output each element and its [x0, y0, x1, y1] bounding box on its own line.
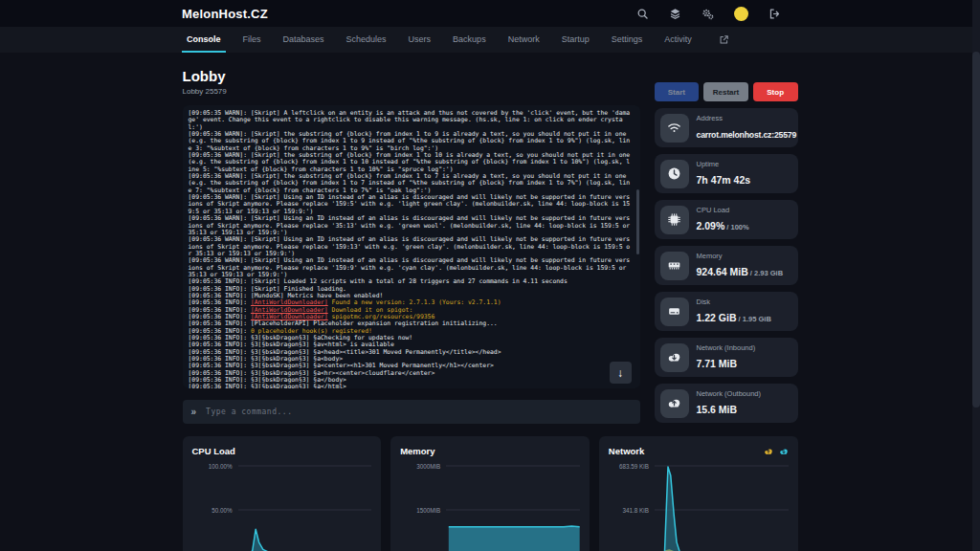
- stat-label: Network (Outbound): [697, 389, 762, 398]
- stat-value-row: 924.64 MiB / 2.93 GiB: [697, 262, 784, 279]
- command-bar: »: [183, 400, 640, 424]
- stat-value-row: 7.71 MiB: [697, 354, 756, 371]
- console-panel[interactable]: [09:05:35 WARN]: [Skript] A leftclick on…: [183, 105, 640, 388]
- console-line: [09:05:36 WARN]: [Skript] the substring …: [189, 173, 633, 194]
- console-column: [09:05:35 WARN]: [Skript] A leftclick on…: [183, 105, 640, 424]
- y-tick-label: 100.00%: [192, 463, 233, 470]
- cloud-download-icon: [660, 343, 689, 372]
- stat-card-network-outbound: Network (Outbound)15.6 MiB: [655, 384, 798, 423]
- layers-icon[interactable]: [669, 8, 681, 20]
- stat-card-uptime: Uptime7h 47m 42s: [655, 154, 798, 193]
- stat-text: CPU Load2.09% / 100%: [697, 206, 749, 233]
- stat-value-row: 15.6 MiB: [697, 400, 762, 417]
- brand: MelonHost.CZ: [182, 7, 268, 21]
- charts-row: CPU Load100.00%50.00%0.00%Memory3000MiB1…: [183, 436, 798, 551]
- stat-value: carrot.melonhost.cz:25579: [697, 130, 797, 140]
- scroll-to-bottom-button[interactable]: ↓: [610, 362, 632, 384]
- cloud-upload-icon: [660, 389, 689, 418]
- tab-backups[interactable]: Backups: [448, 27, 491, 53]
- chart-title: Memory: [400, 446, 434, 456]
- cpu-icon: [660, 206, 689, 234]
- stat-sub: / 1.95 GiB: [737, 315, 771, 323]
- stat-card-memory: Memory924.64 MiB / 2.93 GiB: [655, 246, 798, 285]
- chart-legend: [764, 447, 789, 456]
- stat-card-disk: Disk1.22 GiB / 1.95 GiB: [655, 292, 798, 331]
- console-line: [09:05:36 WARN]: [Skript] Using an ID in…: [189, 257, 633, 278]
- console-line: [09:05:36 WARN]: [Skript] the substring …: [189, 131, 633, 152]
- console-line: [09:05:36 WARN]: [Skript] Using an ID in…: [189, 194, 633, 215]
- stat-value: 15.6 MiB: [697, 404, 738, 415]
- tab-schedules[interactable]: Schedules: [342, 27, 391, 53]
- y-tick-label: 50.00%: [192, 507, 233, 514]
- nav-tabs: ConsoleFilesDatabasesSchedulesUsersBacku…: [182, 27, 729, 53]
- chart-head: CPU Load: [192, 446, 372, 456]
- y-tick-label: 683.59 KiB: [609, 463, 649, 470]
- chart-head: Memory: [400, 446, 580, 456]
- clock-icon: [660, 160, 689, 188]
- tab-console[interactable]: Console: [182, 27, 226, 53]
- stat-value-row: carrot.melonhost.cz:25579: [697, 124, 792, 142]
- stat-text: Disk1.22 GiB / 1.95 GiB: [697, 298, 771, 325]
- arrow-down-icon: ↓: [617, 366, 623, 380]
- content-row: [09:05:35 WARN]: [Skript] A leftclick on…: [183, 105, 798, 424]
- tab-users[interactable]: Users: [404, 27, 436, 53]
- tab-databases[interactable]: Databases: [278, 27, 329, 53]
- tab-network[interactable]: Network: [503, 27, 545, 53]
- stat-label: Uptime: [697, 160, 751, 168]
- page-scrollbar-thumb[interactable]: [972, 52, 980, 408]
- cogs-icon[interactable]: [702, 8, 714, 20]
- chart-area: [238, 466, 372, 551]
- command-input[interactable]: [204, 407, 631, 417]
- stop-button[interactable]: Stop: [753, 82, 798, 101]
- start-button[interactable]: Start: [655, 82, 700, 101]
- y-tick-label: 1500MiB: [400, 507, 440, 514]
- avatar[interactable]: [734, 7, 748, 21]
- stat-value-row: 1.22 GiB / 1.95 GiB: [697, 308, 771, 325]
- memory-icon: [660, 252, 689, 280]
- disk-icon: [660, 298, 689, 326]
- chart-title: CPU Load: [192, 446, 235, 456]
- console-line: [09:05:36 INFO]: §3[§bskDragon§3] §a</ht…: [189, 384, 633, 388]
- stat-value: 1.22 GiB: [697, 312, 737, 323]
- search-icon[interactable]: [636, 8, 649, 20]
- tab-startup[interactable]: Startup: [557, 27, 594, 53]
- tab-settings[interactable]: Settings: [607, 27, 648, 53]
- nav-bar: ConsoleFilesDatabasesSchedulesUsersBacku…: [0, 27, 980, 53]
- y-tick-label: 341.8 KiB: [609, 507, 649, 514]
- console-line: [09:05:36 WARN]: [Skript] Using an ID in…: [189, 215, 633, 236]
- stat-label: Disk: [697, 298, 771, 306]
- stat-sub: / 2.93 GiB: [748, 269, 783, 277]
- stat-label: CPU Load: [697, 206, 749, 214]
- tab-files[interactable]: Files: [238, 27, 266, 53]
- chart-area: [655, 466, 789, 551]
- stat-value: 924.64 MiB: [697, 266, 748, 277]
- chart-memory: Memory3000MiB1500MiB0MiB: [390, 436, 590, 551]
- cloud-upload-icon: [764, 447, 773, 456]
- power-buttons: Start Restart Stop: [655, 82, 798, 101]
- chart-head: Network: [609, 446, 789, 456]
- page-scrollbar[interactable]: [972, 0, 980, 551]
- stat-value: 2.09%: [697, 220, 725, 231]
- restart-button[interactable]: Restart: [703, 82, 748, 101]
- chart-title: Network: [609, 446, 644, 456]
- stat-text: Uptime7h 47m 42s: [697, 160, 751, 187]
- stat-label: Memory: [697, 252, 784, 260]
- console-line: [09:05:35 WARN]: [Skript] A leftclick on…: [189, 110, 633, 131]
- stat-value: 7.71 MiB: [697, 358, 738, 369]
- stat-value-row: 7h 47m 42s: [697, 170, 751, 187]
- external-link-icon[interactable]: [719, 34, 729, 45]
- chart-cpu-load: CPU Load100.00%50.00%0.00%: [183, 436, 382, 551]
- stat-card-network-inbound: Network (Inbound)7.71 MiB: [655, 338, 798, 377]
- chart-plot: 683.59 KiB341.8 KiB0 Bytes: [609, 466, 789, 551]
- tab-activity[interactable]: Activity: [659, 27, 697, 53]
- logout-icon[interactable]: [768, 8, 781, 20]
- cloud-download-icon: [779, 447, 789, 456]
- main-container: Lobby Lobby 25579 [09:05:35 WARN]: [Skri…: [183, 68, 798, 551]
- console-scrollbar-thumb[interactable]: [636, 189, 639, 254]
- stat-text: Memory924.64 MiB / 2.93 GiB: [697, 252, 784, 279]
- stat-text: Network (Inbound)7.71 MiB: [697, 343, 756, 371]
- chart-network: Network683.59 KiB341.8 KiB0 Bytes: [599, 436, 798, 551]
- stat-value-row: 2.09% / 100%: [697, 216, 749, 233]
- stat-value: 7h 47m 42s: [697, 174, 751, 186]
- chart-plot: 100.00%50.00%0.00%: [192, 466, 372, 551]
